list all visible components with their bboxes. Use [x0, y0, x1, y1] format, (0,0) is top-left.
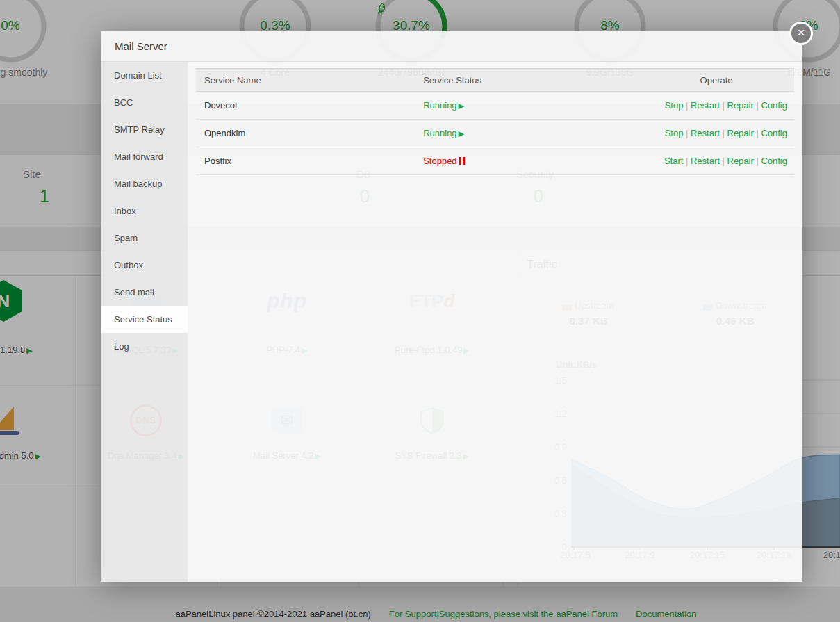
repair-link[interactable]: Repair	[727, 100, 761, 111]
status-badge: Stopped	[423, 147, 639, 174]
repair-link[interactable]: Repair	[727, 128, 761, 138]
stop-link[interactable]: Stop	[665, 128, 691, 138]
sidebar-item-send-mail[interactable]: Send mail	[101, 279, 188, 306]
sidebar-item-domain-list[interactable]: Domain List	[101, 62, 188, 89]
operate-cell: StopRestartRepairConfig	[639, 92, 794, 119]
play-icon: ▶	[459, 101, 464, 110]
header-service-status: Service Status	[423, 69, 639, 91]
sidebar-item-mail-backup[interactable]: Mail backup	[101, 170, 188, 197]
sidebar-item-service-status[interactable]: Service Status	[101, 306, 188, 333]
restart-link[interactable]: Restart	[691, 100, 727, 111]
table-row-dovecot: Dovecot Running▶ StopRestartRepairConfig	[196, 92, 794, 120]
status-badge: Running▶	[423, 92, 639, 119]
table-header: Service Name Service Status Operate	[196, 68, 794, 92]
pause-icon	[459, 157, 465, 165]
service-name: Opendkim	[196, 120, 423, 147]
service-name: Dovecot	[196, 92, 423, 119]
sidebar-item-log[interactable]: Log	[101, 333, 188, 360]
header-operate: Operate	[639, 69, 794, 91]
config-link[interactable]: Config	[761, 156, 787, 166]
sidebar-item-spam[interactable]: Spam	[101, 224, 188, 252]
play-icon: ▶	[459, 129, 464, 138]
sidebar-item-mail-forward[interactable]: Mail forward	[101, 143, 188, 170]
stop-link[interactable]: Stop	[665, 100, 691, 111]
mail-server-dialog: × Mail Server Domain List BCC SMTP Relay…	[101, 31, 802, 582]
dialog-title: Mail Server	[101, 31, 802, 62]
sidebar-item-bcc[interactable]: BCC	[101, 89, 188, 116]
sidebar-item-smtp-relay[interactable]: SMTP Relay	[101, 116, 188, 143]
service-name: Postfix	[196, 147, 423, 174]
start-link[interactable]: Start	[664, 156, 691, 166]
status-badge: Running▶	[423, 120, 639, 147]
close-icon[interactable]: ×	[789, 22, 813, 45]
restart-link[interactable]: Restart	[691, 128, 727, 138]
operate-cell: StartRestartRepairConfig	[639, 147, 794, 174]
repair-link[interactable]: Repair	[727, 156, 761, 166]
restart-link[interactable]: Restart	[691, 156, 727, 166]
services-table: Service Name Service Status Operate Dove…	[196, 68, 794, 175]
dialog-sidebar: Domain List BCC SMTP Relay Mail forward …	[101, 62, 188, 582]
header-service-name: Service Name	[196, 69, 423, 91]
config-link[interactable]: Config	[761, 128, 787, 138]
table-row-postfix: Postfix Stopped StartRestartRepairConfig	[196, 147, 794, 175]
config-link[interactable]: Config	[761, 100, 787, 111]
dialog-content: Service Name Service Status Operate Dove…	[188, 62, 802, 582]
sidebar-item-outbox[interactable]: Outbox	[101, 252, 188, 279]
sidebar-item-inbox[interactable]: Inbox	[101, 197, 188, 224]
table-row-opendkim: Opendkim Running▶ StopRestartRepairConfi…	[196, 120, 794, 147]
operate-cell: StopRestartRepairConfig	[639, 120, 794, 147]
